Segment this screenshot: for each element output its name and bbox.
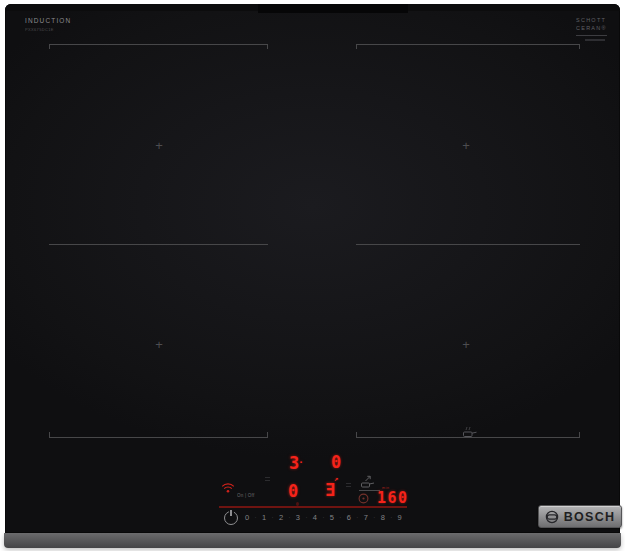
- glass-brand-rule: [576, 35, 607, 36]
- zone-center-marker: +: [458, 138, 474, 154]
- zone-display-front-right[interactable]: Ǝ↗: [325, 482, 335, 499]
- bosch-logo-text: BOSCH: [564, 510, 616, 524]
- zone-center-marker: +: [151, 337, 167, 353]
- induction-branding: INDUCTION PXX675DC1E: [25, 17, 89, 35]
- slider-number-2[interactable]: 2: [279, 513, 283, 522]
- slider-number-9[interactable]: 9: [398, 513, 402, 522]
- zone-line-mid-left: [49, 244, 268, 245]
- timer-display[interactable]: 160: [377, 491, 409, 506]
- bosch-armature-icon: [545, 510, 559, 524]
- bosch-logo: BOSCH: [538, 505, 622, 528]
- zone-display-rear-left[interactable]: 3.: [289, 455, 304, 472]
- zone-select-marker: [265, 477, 270, 483]
- model-code: PXX675DC1E: [25, 28, 62, 32]
- printed-hint-label: On | Off: [237, 493, 255, 498]
- slider-number-5[interactable]: 5: [330, 513, 334, 522]
- power-icon[interactable]: [224, 511, 238, 525]
- move-pan-icon[interactable]: [360, 475, 377, 488]
- power-level-slider[interactable]: 0·1·2·3·4·5·6·7·8·9: [245, 511, 402, 523]
- timer-clock-icon[interactable]: [358, 493, 369, 504]
- slider-separator: ·: [390, 514, 392, 520]
- slider-separator: ·: [339, 514, 341, 520]
- pan-icon: [462, 426, 478, 438]
- zone-line-top-right: [356, 44, 580, 45]
- induction-label: INDUCTION: [25, 17, 71, 24]
- zone-display-rear-right[interactable]: 0: [331, 454, 341, 471]
- glass-brand: SCHOTT CERAN®: [576, 18, 618, 41]
- slider-number-4[interactable]: 4: [313, 513, 317, 522]
- wifi-icon: [221, 482, 235, 493]
- zone-line-bottom-left: [49, 437, 268, 438]
- slider-number-8[interactable]: 8: [381, 513, 385, 522]
- slider-separator: ·: [272, 514, 274, 520]
- cooktop-glass: INDUCTION PXX675DC1E SCHOTT CERAN® + + +…: [5, 4, 620, 533]
- slider-separator: ·: [373, 514, 375, 520]
- front-trim: [4, 533, 621, 548]
- slider-separator: ·: [255, 514, 257, 520]
- zone-select-marker: [346, 483, 351, 489]
- slider-number-3[interactable]: 3: [296, 513, 300, 522]
- glass-brand-line2: CERAN®: [576, 26, 605, 31]
- slider-number-7[interactable]: 7: [364, 513, 368, 522]
- slider-number-6[interactable]: 6: [347, 513, 351, 522]
- slider-number-0[interactable]: 0: [245, 513, 249, 522]
- glass-brand-smallprint: [585, 39, 605, 41]
- slider-number-1[interactable]: 1: [262, 513, 266, 522]
- slider-separator: ·: [305, 514, 307, 520]
- boost-dot: .: [298, 455, 303, 465]
- product-image: INDUCTION PXX675DC1E SCHOTT CERAN® + + +…: [0, 0, 625, 551]
- zone-line-mid-right: [356, 244, 580, 245]
- zone-display-front-left[interactable]: 0: [288, 483, 298, 500]
- zone-center-marker: +: [151, 138, 167, 154]
- slider-separator: ·: [322, 514, 324, 520]
- zone-line-top-left: [49, 44, 268, 45]
- slider-separator: ·: [356, 514, 358, 520]
- move-pan-arrow: ↗: [334, 476, 338, 483]
- zone-center-marker: +: [458, 337, 474, 353]
- rear-vent: [258, 4, 408, 13]
- slider-separator: ·: [288, 514, 290, 520]
- slider-accent-line: [219, 506, 407, 508]
- glass-brand-line1: SCHOTT: [576, 18, 605, 23]
